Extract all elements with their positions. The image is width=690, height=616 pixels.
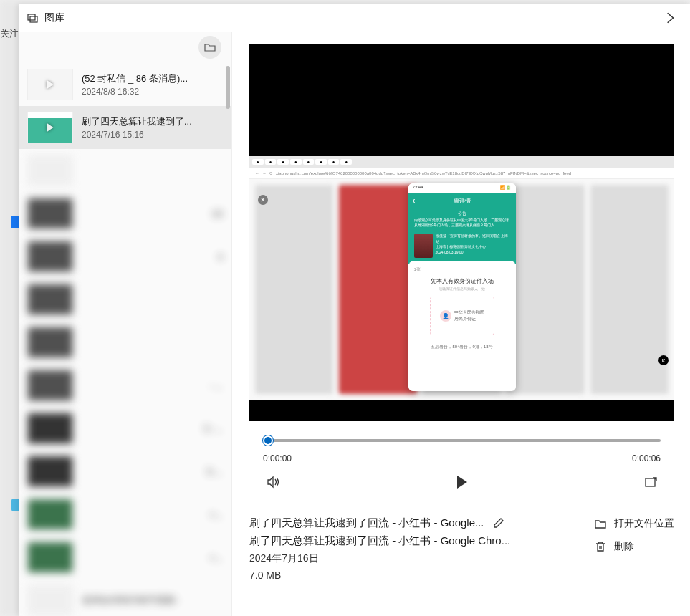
trash-icon xyxy=(594,540,607,553)
pencil-icon xyxy=(493,517,504,529)
media-list[interactable]: (52 封私信 _ 86 条消息)... 2024/8/8 16:32 刷了四天… xyxy=(19,63,231,616)
svg-rect-2 xyxy=(646,478,655,486)
list-item: <... xyxy=(19,493,231,536)
list-item: 5 -... xyxy=(19,407,231,450)
delete-button[interactable]: 删除 xyxy=(594,540,674,553)
list-item: 5-... xyxy=(19,450,231,493)
gallery-app-icon xyxy=(27,12,39,24)
file-size: 7.0 MB xyxy=(249,569,571,581)
progress-handle[interactable] xyxy=(263,435,273,446)
item-title: (52 封私信 _ 86 条消息)... xyxy=(82,72,223,85)
fullscreen-button[interactable] xyxy=(641,472,661,492)
video-frame[interactable]: ●●●●●●●● ←→⟳xiaohongshu.com/explore/6695… xyxy=(249,44,674,421)
list-item: - ... xyxy=(19,364,231,407)
preview-pane: ●●●●●●●● ←→⟳xiaohongshu.com/explore/6695… xyxy=(232,32,690,616)
open-file-location-button[interactable]: 打开文件位置 xyxy=(594,517,674,530)
file-title: 刷了四天总算让我逮到了回流 - 小红书 - Google... xyxy=(249,516,484,530)
play-button[interactable] xyxy=(452,472,472,492)
video-player: ●●●●●●●● ←→⟳xiaohongshu.com/explore/6695… xyxy=(249,44,674,500)
rename-button[interactable] xyxy=(492,516,506,530)
sidebar-toolbar xyxy=(19,32,231,63)
title-bar: 图库 xyxy=(19,4,690,32)
gallery-window: 图库 (52 封私信 _ 86 条消息)... 2024/8/8 16:32 xyxy=(19,4,690,616)
list-item: 4 xyxy=(19,235,231,278)
list-item: 03 xyxy=(19,192,231,235)
sidebar: (52 封私信 _ 86 条消息)... 2024/8/8 16:32 刷了四天… xyxy=(19,32,232,616)
folder-icon xyxy=(594,517,607,530)
window-title: 图库 xyxy=(44,11,658,24)
item-title: 刷了四天总算让我逮到了... xyxy=(82,115,223,128)
file-app-source: 刷了四天总算让我逮到了回流 - 小红书 - Google Chro... xyxy=(249,534,571,548)
progress-bar[interactable] xyxy=(263,435,661,446)
file-metadata: 刷了四天总算让我逮到了回流 - 小红书 - Google... 刷了四天总算让我… xyxy=(249,516,674,581)
delete-label: 删除 xyxy=(614,540,634,553)
folder-button[interactable] xyxy=(198,36,221,59)
video-thumbnail xyxy=(27,69,73,100)
video-content-screenshot: ●●●●●●●● ←→⟳xiaohongshu.com/explore/6695… xyxy=(249,156,674,400)
list-item xyxy=(19,321,231,364)
svg-rect-1 xyxy=(30,16,37,22)
item-date: 2024/8/8 16:32 xyxy=(82,87,223,97)
volume-button[interactable] xyxy=(263,472,283,492)
video-controls: 0:00:00 0:00:06 xyxy=(249,421,674,500)
list-item: 老师如何制作教学视频 - xyxy=(19,579,231,616)
item-date: 2024/7/16 15:16 xyxy=(82,130,223,140)
list-item: <... xyxy=(19,536,231,579)
file-date: 2024年7月16日 xyxy=(249,552,571,565)
list-item xyxy=(19,278,231,321)
badge-icon: K xyxy=(658,355,669,365)
background-tab-label: 关注 xyxy=(0,27,19,40)
current-time-label: 0:00:00 xyxy=(263,453,292,463)
list-item[interactable]: (52 封私信 _ 86 条消息)... 2024/8/8 16:32 xyxy=(19,63,231,106)
folder-icon xyxy=(204,42,216,53)
duration-label: 0:00:06 xyxy=(632,453,661,463)
overlay-close-icon: ✕ xyxy=(258,195,268,205)
video-thumbnail xyxy=(27,112,73,143)
list-item[interactable]: 刷了四天总算让我逮到了... 2024/7/16 15:16 xyxy=(19,106,231,149)
volume-icon xyxy=(267,476,279,489)
open-location-label: 打开文件位置 xyxy=(614,517,674,530)
sidebar-scrollbar[interactable] xyxy=(223,63,231,616)
play-icon xyxy=(457,476,467,489)
close-button[interactable] xyxy=(658,6,681,29)
fullscreen-icon xyxy=(645,476,657,489)
list-item xyxy=(19,149,231,192)
svg-rect-0 xyxy=(28,14,35,20)
